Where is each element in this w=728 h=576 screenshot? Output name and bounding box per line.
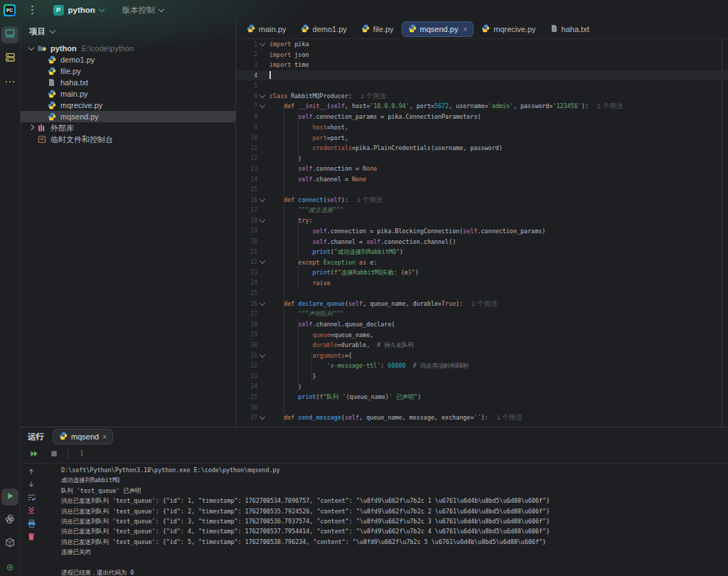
tree-item-mqsend.py[interactable]: mqsend.py xyxy=(21,111,235,122)
code-text: class RabbitMQProducer:1 个用法 xyxy=(267,92,386,101)
vcs-selector[interactable]: 版本控制 xyxy=(118,3,168,18)
code-text: try: xyxy=(267,217,313,224)
code-text: def connect(self):1 个用法 xyxy=(267,196,382,205)
libs-icon xyxy=(36,123,47,133)
usage-hint[interactable]: 1 个用法 xyxy=(357,196,382,203)
editor-tab-demo1.py[interactable]: demo1.py xyxy=(294,21,353,37)
usage-hint[interactable]: 1 个用法 xyxy=(360,92,386,100)
commit-tool-button[interactable] xyxy=(1,50,18,67)
console-output[interactable]: D:\soft\Python\Python3.10\python.exe E:\… xyxy=(61,466,728,576)
code-line-2: 2import json xyxy=(236,50,728,60)
code-line-13: 13 self.connection = None xyxy=(236,164,728,174)
run-tool-window: 运行 mqsend × D:\soft\Python\Python3.10\py… xyxy=(21,427,728,576)
line-number: 28 xyxy=(236,321,257,328)
code-line-34: 34 ) xyxy=(236,382,728,393)
usage-hint[interactable]: 1 个用法 xyxy=(597,102,623,110)
python-icon xyxy=(46,66,57,76)
fold-chevron-icon[interactable] xyxy=(257,43,267,46)
line-number: 2 xyxy=(236,51,257,58)
usage-hint[interactable]: 1 个用法 xyxy=(497,413,523,421)
tree-item-file.py[interactable]: file.py xyxy=(21,65,235,77)
tree-item-path: E:\code\python xyxy=(82,44,134,53)
chevron-right-icon[interactable] xyxy=(26,127,36,129)
line-number: 20 xyxy=(236,238,257,245)
code-line-26: 26 def declare_queue(self, queue_name, d… xyxy=(236,299,728,309)
down-stacktrace-button[interactable] xyxy=(26,481,37,490)
code-text: 'x-message-ttl': 60000 # 消息存活时间60秒 xyxy=(267,362,469,370)
code-line-33: 33 } xyxy=(236,371,728,382)
main-menu-button[interactable] xyxy=(27,1,38,19)
editor-tab-main.py[interactable]: main.py xyxy=(240,21,293,37)
code-text: raise xyxy=(267,279,331,287)
scroll-to-end-button[interactable] xyxy=(26,507,37,516)
stop-button[interactable] xyxy=(48,448,60,461)
project-selector[interactable]: P python xyxy=(49,3,108,18)
project-tool-button[interactable] xyxy=(1,26,18,43)
python-console-button[interactable] xyxy=(1,512,18,529)
code-line-25: 25 xyxy=(236,288,728,299)
code-text: ) xyxy=(267,155,301,162)
close-icon[interactable]: × xyxy=(463,26,467,33)
run-tool-button[interactable] xyxy=(1,489,18,506)
code-line-1: 1import pika xyxy=(236,39,728,50)
fold-chevron-icon[interactable] xyxy=(257,95,267,97)
line-number: 24 xyxy=(236,279,257,286)
line-number: 3 xyxy=(236,62,257,68)
editor-tab-mqrecive.py[interactable]: mqrecive.py xyxy=(475,21,542,37)
editor-tab-mqsend.py[interactable]: mqsend.py× xyxy=(402,21,474,37)
python-icon xyxy=(46,89,57,99)
fold-chevron-icon[interactable] xyxy=(257,417,267,419)
run-title: 运行 xyxy=(28,432,44,442)
bottom-partial-button[interactable] xyxy=(1,559,18,576)
print-button[interactable] xyxy=(26,520,37,529)
chevron-down-icon[interactable] xyxy=(26,48,36,50)
fold-chevron-icon[interactable] xyxy=(257,220,267,222)
tree-item-demo1.py[interactable]: demo1.py xyxy=(21,54,235,65)
python-icon xyxy=(46,112,57,122)
project-panel: 项目 pythonE:\code\pythondemo1.pyfile.pyha… xyxy=(21,20,236,427)
fold-chevron-icon[interactable] xyxy=(257,355,267,357)
tree-item-main.py[interactable]: main.py xyxy=(21,88,235,100)
tree-item-python[interactable]: pythonE:\code\python xyxy=(21,43,235,54)
up-stacktrace-button[interactable] xyxy=(26,467,37,476)
clear-button[interactable] xyxy=(26,533,37,543)
run-tab-mqsend[interactable]: mqsend × xyxy=(53,429,113,444)
tree-item-label: 临时文件和控制台 xyxy=(50,134,113,145)
editor-tabbar: main.pydemo1.pyfile.pymqsend.py×mqrecive… xyxy=(236,20,728,39)
code-line-7: 7 def __init__(self, host='10.0.0.94', p… xyxy=(236,102,728,112)
soft-wrap-button[interactable] xyxy=(26,494,37,503)
tree-item--[interactable]: 临时文件和控制台 xyxy=(21,134,235,145)
code-editor[interactable]: 1import pika2import json3import time456c… xyxy=(236,39,728,427)
scratch-icon xyxy=(36,134,47,144)
line-number: 14 xyxy=(236,176,257,183)
code-line-9: 9 host=host, xyxy=(236,122,728,133)
code-line-11: 11 credentials=pika.PlainCredentials(use… xyxy=(236,143,728,154)
usage-hint[interactable]: 1 个用法 xyxy=(471,299,497,307)
fold-chevron-icon[interactable] xyxy=(257,105,267,107)
tree-item--[interactable]: 外部库 xyxy=(21,122,235,134)
code-text: host=host, xyxy=(267,124,348,131)
fold-chevron-icon[interactable] xyxy=(257,261,267,263)
fold-chevron-icon[interactable] xyxy=(257,303,267,305)
tree-item-haha.txt[interactable]: haha.txt xyxy=(21,77,235,88)
tree-item-label: python xyxy=(50,44,77,53)
editor-tab-file.py[interactable]: file.py xyxy=(355,21,400,37)
fold-chevron-icon[interactable] xyxy=(257,199,267,201)
line-number: 1 xyxy=(236,41,257,48)
tree-item-label: mqrecive.py xyxy=(60,101,102,110)
line-number: 6 xyxy=(236,93,257,100)
project-panel-header[interactable]: 项目 xyxy=(21,20,235,41)
rerun-button[interactable] xyxy=(28,448,41,461)
tree-item-mqrecive.py[interactable]: mqrecive.py xyxy=(21,100,235,111)
run-header: 运行 mqsend × xyxy=(21,427,728,446)
close-icon[interactable]: × xyxy=(102,433,107,441)
code-text: self.connection = None xyxy=(267,165,377,172)
python-packages-button[interactable] xyxy=(1,535,18,553)
console-gutter xyxy=(26,467,38,543)
more-tools-button[interactable] xyxy=(1,73,18,90)
more-options-button[interactable] xyxy=(75,448,88,461)
editor-tab-haha.txt[interactable]: haha.txt xyxy=(544,21,596,37)
plus-green-icon xyxy=(5,561,15,574)
line-number: 33 xyxy=(236,373,257,380)
chevron-down-icon xyxy=(99,6,105,11)
